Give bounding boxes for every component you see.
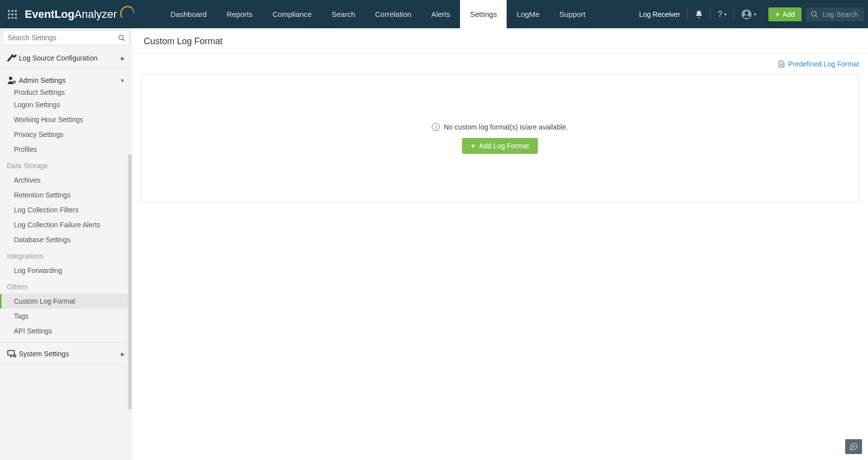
- sidebar-item-api-settings[interactable]: API Settings: [0, 324, 132, 338]
- svg-rect-7: [11, 17, 13, 19]
- svg-point-11: [811, 11, 816, 16]
- sidebar-header-system[interactable]: System Settings ▶: [0, 343, 132, 365]
- sidebar-item-database-settings[interactable]: Database Settings: [0, 232, 132, 247]
- sidebar-item-retention[interactable]: Retention Settings: [0, 188, 132, 202]
- nav-search[interactable]: Search: [322, 0, 365, 28]
- svg-rect-2: [15, 10, 17, 12]
- page-action-bar: Predefined Log Format: [132, 54, 868, 74]
- nav-dashboard[interactable]: Dashboard: [161, 0, 217, 28]
- svg-line-14: [122, 39, 124, 41]
- sidebar-item-log-collection-failure[interactable]: Log Collection Failure Alerts: [0, 217, 132, 232]
- sidebar-item-tags[interactable]: Tags: [0, 309, 132, 324]
- main-nav: Dashboard Reports Compliance Search Corr…: [161, 0, 595, 28]
- nav-logme[interactable]: LogMe: [507, 0, 549, 28]
- svg-line-12: [815, 15, 817, 17]
- sidebar-scrollbar[interactable]: [128, 154, 132, 409]
- svg-point-20: [14, 355, 16, 357]
- sidebar-header-label: Admin Settings: [19, 76, 120, 84]
- notifications-button[interactable]: [688, 8, 711, 21]
- page-title: Custom Log Format: [132, 28, 868, 54]
- sidebar-item-log-forwarding[interactable]: Log Forwarding: [0, 263, 132, 278]
- add-log-format-button[interactable]: + Add Log Format: [462, 138, 538, 154]
- search-icon[interactable]: [118, 34, 125, 43]
- chevron-down-icon: ▾: [754, 12, 756, 17]
- svg-rect-4: [11, 13, 13, 15]
- svg-point-16: [13, 81, 15, 83]
- brand-text-prefix: EventLog: [25, 8, 74, 21]
- sidebar-item-custom-log-format[interactable]: Custom Log Format: [0, 294, 132, 309]
- user-avatar-icon: [741, 9, 752, 20]
- add-button[interactable]: + Add: [768, 7, 802, 21]
- sidebar-section-system: System Settings ▶: [0, 343, 132, 365]
- main-content: Custom Log Format Predefined Log Format …: [132, 28, 868, 460]
- nav-compliance[interactable]: Compliance: [263, 0, 322, 28]
- apps-grid-icon: [8, 10, 17, 19]
- plus-icon: +: [471, 142, 475, 150]
- log-receiver-link[interactable]: Log Receiver: [632, 8, 688, 21]
- nav-reports[interactable]: Reports: [217, 0, 263, 28]
- content-panel: i No custom log format(s) is/are availab…: [141, 74, 859, 203]
- nav-correlation[interactable]: Correlation: [365, 0, 421, 28]
- svg-rect-17: [8, 350, 14, 355]
- sidebar-section-admin: Admin Settings ▼ Product Settings Logon …: [0, 69, 132, 343]
- nav-settings[interactable]: Settings: [460, 0, 507, 28]
- sidebar-admin-items: Product Settings Logon Settings Working …: [0, 88, 132, 342]
- sidebar-header-log-source[interactable]: Log Source Configuration ▶: [0, 47, 132, 69]
- nav-support[interactable]: Support: [549, 0, 595, 28]
- app-header: EventLog Analyzer Dashboard Reports Comp…: [0, 0, 868, 28]
- document-icon: [778, 60, 785, 68]
- bell-icon: [694, 10, 703, 19]
- empty-state-text: No custom log format(s) is/are available…: [444, 123, 568, 131]
- search-settings-wrapper: [2, 30, 130, 45]
- help-icon: ?: [718, 9, 722, 19]
- sidebar-item-log-collection-filters[interactable]: Log Collection Filters: [0, 202, 132, 217]
- sidebar-item-working-hour[interactable]: Working Hour Settings: [0, 112, 132, 127]
- svg-point-13: [119, 35, 123, 40]
- sidebar-group-integrations: Integrations: [0, 247, 132, 263]
- sidebar-item-archives[interactable]: Archives: [0, 173, 132, 188]
- svg-point-15: [9, 77, 12, 80]
- info-icon: i: [432, 123, 440, 131]
- sidebar-header-label: Log Source Configuration: [19, 54, 121, 62]
- log-search-input[interactable]: Log Search: [806, 7, 864, 21]
- log-search-placeholder: Log Search: [822, 10, 858, 18]
- nav-alerts[interactable]: Alerts: [421, 0, 460, 28]
- user-menu-button[interactable]: ▾: [734, 8, 763, 21]
- chevron-down-icon: ▾: [724, 12, 727, 17]
- svg-point-10: [745, 11, 749, 14]
- empty-state-message: i No custom log format(s) is/are availab…: [432, 123, 568, 131]
- svg-rect-5: [15, 13, 17, 15]
- sidebar-item-logon-settings[interactable]: Logon Settings: [0, 97, 132, 112]
- sidebar-header-label: System Settings: [19, 350, 121, 358]
- svg-rect-8: [15, 17, 17, 19]
- chevron-down-icon: ▼: [120, 78, 125, 83]
- sidebar-item-product-settings[interactable]: Product Settings: [0, 88, 132, 97]
- svg-rect-3: [8, 13, 10, 15]
- main-layout: Log Source Configuration ▶ Admin Setting…: [0, 28, 868, 460]
- sidebar-item-profiles[interactable]: Profiles: [0, 142, 132, 157]
- header-right: Log Receiver ? ▾ ▾ + Add Log Search: [632, 0, 868, 28]
- sidebar-item-privacy-settings[interactable]: Privacy Settings: [0, 127, 132, 142]
- sidebar-section-log-source: Log Source Configuration ▶: [0, 47, 132, 69]
- chat-button[interactable]: [845, 439, 862, 454]
- user-gear-icon: [7, 75, 19, 85]
- chevron-right-icon: ▶: [121, 351, 125, 357]
- search-settings-input[interactable]: [7, 34, 114, 42]
- add-log-format-label: Add Log Format: [479, 142, 528, 150]
- plus-icon: +: [775, 10, 779, 18]
- predefined-log-format-link[interactable]: Predefined Log Format: [778, 60, 859, 68]
- apps-launcher-button[interactable]: [0, 0, 25, 28]
- brand-logo[interactable]: EventLog Analyzer: [25, 0, 141, 28]
- svg-rect-6: [8, 17, 10, 19]
- settings-sidebar: Log Source Configuration ▶ Admin Setting…: [0, 28, 132, 460]
- brand-arc-icon: [119, 4, 136, 24]
- svg-rect-0: [8, 10, 10, 12]
- help-button[interactable]: ? ▾: [711, 8, 734, 21]
- add-button-label: Add: [782, 10, 795, 18]
- sidebar-group-data-storage: Data Storage: [0, 157, 132, 173]
- tools-icon: [7, 53, 19, 63]
- svg-rect-1: [11, 10, 13, 12]
- predefined-link-label: Predefined Log Format: [788, 60, 859, 68]
- monitor-gear-icon: [7, 349, 19, 359]
- chat-icon: [849, 442, 859, 451]
